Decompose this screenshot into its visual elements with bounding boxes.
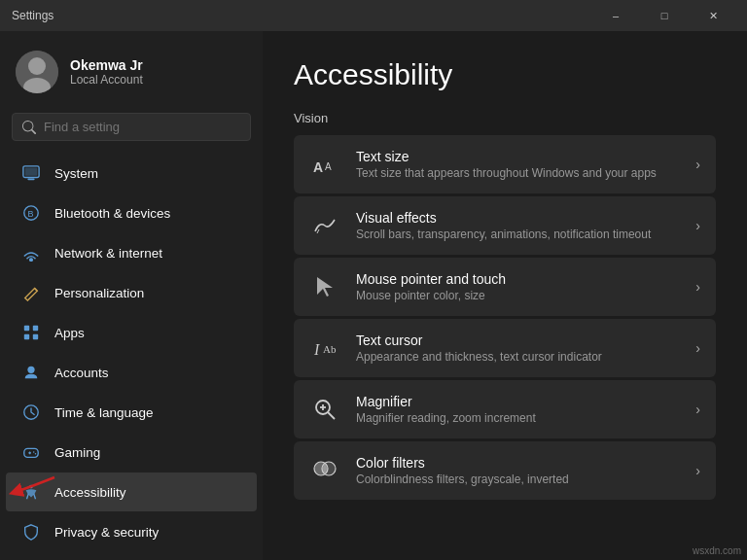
svg-rect-11 xyxy=(24,334,29,339)
sidebar: Okemwa Jr Local Account System B xyxy=(0,31,263,560)
apps-icon xyxy=(21,323,41,342)
svg-line-24 xyxy=(328,412,335,419)
chevron-icon: › xyxy=(695,279,700,295)
sidebar-item-accounts-label: Accounts xyxy=(54,366,109,380)
magnifier-icon xyxy=(309,394,340,425)
color-filters-icon xyxy=(309,455,340,486)
settings-item-text-size-text: Text size Text size that appears through… xyxy=(356,149,680,180)
system-icon xyxy=(21,163,41,183)
svg-point-17 xyxy=(35,453,36,454)
chevron-icon: › xyxy=(695,157,700,172)
svg-point-16 xyxy=(33,451,34,452)
time-icon xyxy=(21,402,41,422)
settings-item-visual-effects[interactable]: Visual effects Scroll bars, transparency… xyxy=(294,196,716,255)
sidebar-item-bluetooth[interactable]: B Bluetooth & devices xyxy=(6,193,257,232)
sidebar-item-network[interactable]: Network & internet xyxy=(6,233,257,272)
sidebar-item-privacy[interactable]: Privacy & security xyxy=(6,512,257,551)
search-input[interactable] xyxy=(44,120,240,134)
accounts-icon xyxy=(21,363,41,382)
page-title: Accessibility xyxy=(294,58,716,91)
chevron-icon: › xyxy=(695,402,700,417)
settings-item-text-cursor[interactable]: I Ab Text cursor Appearance and thicknes… xyxy=(294,319,716,377)
sidebar-item-personalization[interactable]: Personalization xyxy=(6,273,257,312)
settings-item-magnifier-title: Magnifier xyxy=(356,394,680,409)
settings-item-mouse-pointer-desc: Mouse pointer color, size xyxy=(356,289,680,302)
settings-item-text-cursor-desc: Appearance and thickness, text cursor in… xyxy=(356,350,680,364)
svg-rect-5 xyxy=(25,168,38,176)
privacy-icon xyxy=(21,522,41,542)
settings-item-text-size-title: Text size xyxy=(356,149,680,164)
settings-item-mouse-pointer-title: Mouse pointer and touch xyxy=(356,271,680,287)
svg-rect-10 xyxy=(33,326,38,331)
svg-point-18 xyxy=(29,485,33,489)
content-area: Accessibility Vision A A Text size Text … xyxy=(263,31,747,560)
sidebar-item-system[interactable]: System xyxy=(6,154,257,192)
sidebar-item-personalization-label: Personalization xyxy=(54,286,144,300)
svg-rect-4 xyxy=(27,178,34,180)
chevron-icon: › xyxy=(695,463,700,478)
close-button[interactable]: ✕ xyxy=(691,0,735,31)
settings-item-color-filters-title: Color filters xyxy=(356,455,680,471)
settings-item-visual-effects-text: Visual effects Scroll bars, transparency… xyxy=(356,210,680,241)
settings-item-text-size-desc: Text size that appears throughout Window… xyxy=(356,166,680,180)
sidebar-item-accessibility-label: Accessibility xyxy=(54,485,126,500)
visual-effects-icon xyxy=(309,210,340,241)
settings-item-text-cursor-title: Text cursor xyxy=(356,332,680,348)
user-profile[interactable]: Okemwa Jr Local Account xyxy=(0,31,263,109)
svg-rect-9 xyxy=(24,326,29,331)
search-icon xyxy=(22,121,36,134)
mouse-pointer-icon xyxy=(309,271,340,302)
chevron-icon: › xyxy=(695,218,700,233)
app-title: Settings xyxy=(12,9,53,22)
minimize-button[interactable]: – xyxy=(593,0,638,31)
text-size-icon: A A xyxy=(309,149,340,180)
sidebar-item-gaming[interactable]: Gaming xyxy=(6,433,257,472)
settings-item-color-filters-text: Color filters Colorblindness filters, gr… xyxy=(356,455,680,486)
svg-text:A: A xyxy=(325,161,332,172)
settings-item-mouse-pointer[interactable]: Mouse pointer and touch Mouse pointer co… xyxy=(294,258,716,316)
user-account-type: Local Account xyxy=(70,73,143,87)
settings-item-magnifier-desc: Magnifier reading, zoom increment xyxy=(356,411,680,425)
nav-list: System B Bluetooth & devices Network & i… xyxy=(0,153,263,552)
titlebar: Settings – □ ✕ xyxy=(0,0,747,31)
settings-item-magnifier[interactable]: Magnifier Magnifier reading, zoom increm… xyxy=(294,380,716,438)
svg-text:I: I xyxy=(313,341,320,358)
sidebar-item-accounts[interactable]: Accounts xyxy=(6,353,257,392)
settings-item-text-cursor-text: Text cursor Appearance and thickness, te… xyxy=(356,332,680,364)
settings-item-mouse-pointer-text: Mouse pointer and touch Mouse pointer co… xyxy=(356,271,680,302)
bluetooth-icon: B xyxy=(21,203,41,223)
sidebar-item-privacy-label: Privacy & security xyxy=(54,525,159,540)
settings-list: A A Text size Text size that appears thr… xyxy=(294,135,716,500)
maximize-button[interactable]: □ xyxy=(642,0,687,31)
svg-point-8 xyxy=(30,259,33,262)
sidebar-item-gaming-label: Gaming xyxy=(54,445,100,460)
settings-item-color-filters-desc: Colorblindness filters, grayscale, inver… xyxy=(356,472,680,486)
user-info: Okemwa Jr Local Account xyxy=(70,57,143,87)
user-name: Okemwa Jr xyxy=(70,57,143,73)
text-cursor-icon: I Ab xyxy=(309,332,340,364)
settings-item-text-size[interactable]: A A Text size Text size that appears thr… xyxy=(294,135,716,193)
sidebar-item-time-label: Time & language xyxy=(54,405,154,420)
main-layout: Okemwa Jr Local Account System B xyxy=(0,31,747,560)
svg-point-1 xyxy=(28,57,46,75)
network-icon xyxy=(21,243,41,262)
settings-item-visual-effects-title: Visual effects xyxy=(356,210,680,226)
watermark: wsxdn.com xyxy=(693,545,741,556)
sidebar-item-accessibility[interactable]: Accessibility xyxy=(6,472,257,511)
settings-item-color-filters[interactable]: Color filters Colorblindness filters, gr… xyxy=(294,441,716,500)
sidebar-item-time[interactable]: Time & language xyxy=(6,393,257,432)
chevron-icon: › xyxy=(695,340,700,356)
sidebar-item-network-label: Network & internet xyxy=(54,246,162,261)
section-heading: Vision xyxy=(294,111,716,125)
search-box[interactable] xyxy=(12,113,251,141)
window-controls: – □ ✕ xyxy=(593,0,735,31)
settings-item-magnifier-text: Magnifier Magnifier reading, zoom increm… xyxy=(356,394,680,425)
svg-text:B: B xyxy=(27,209,33,219)
svg-rect-12 xyxy=(33,334,38,339)
accessibility-icon xyxy=(21,482,41,502)
sidebar-item-system-label: System xyxy=(54,166,98,181)
sidebar-item-apps[interactable]: Apps xyxy=(6,313,257,352)
sidebar-item-bluetooth-label: Bluetooth & devices xyxy=(54,206,170,221)
settings-item-visual-effects-desc: Scroll bars, transparency, animations, n… xyxy=(356,228,680,241)
sidebar-item-apps-label: Apps xyxy=(54,326,85,340)
